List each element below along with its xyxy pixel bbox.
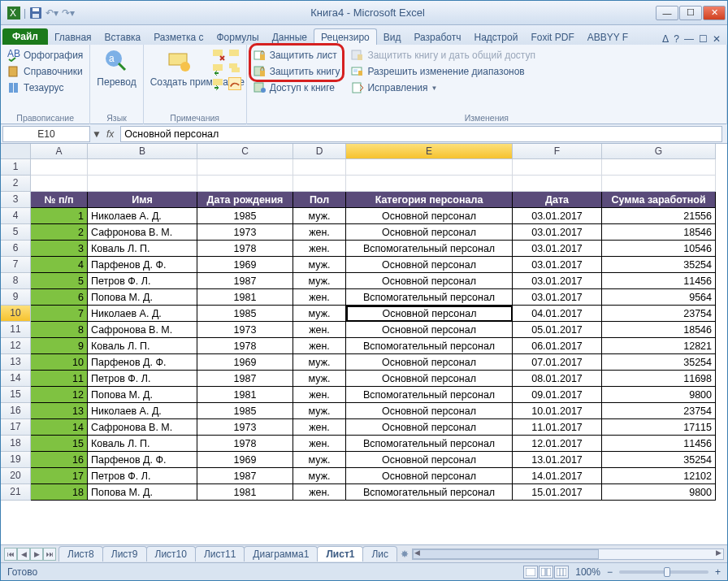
cell-category[interactable]: Основной персонал <box>346 371 513 387</box>
sheet-tab[interactable]: Лис <box>362 546 397 561</box>
cell-sex[interactable]: жен. <box>293 338 346 354</box>
tab-review[interactable]: Рецензиро <box>314 28 377 45</box>
sheet-tab[interactable]: Лист1 <box>317 546 363 561</box>
cell-number[interactable]: 9 <box>31 338 88 354</box>
cell-category[interactable]: Основной персонал <box>346 224 513 241</box>
cell[interactable] <box>197 159 293 176</box>
cell-number[interactable]: 4 <box>31 257 88 273</box>
cell-name[interactable]: Парфенов Д. Ф. <box>88 354 197 371</box>
new-comment-button[interactable]: Создать примечание <box>149 48 209 89</box>
col-header[interactable]: E <box>346 144 513 159</box>
translate-button[interactable]: a Перевод <box>95 48 137 89</box>
cell-birth[interactable]: 1987 <box>197 273 293 289</box>
cell-sex[interactable]: жен. <box>293 387 346 403</box>
cell-sum[interactable]: 11698 <box>602 371 716 387</box>
cell-name[interactable]: Петров Ф. Л. <box>88 468 197 484</box>
cell-category[interactable]: Вспомогательный персонал <box>346 484 513 501</box>
cell-number[interactable]: 15 <box>31 436 88 452</box>
cell-category[interactable]: Вспомогательный персонал <box>346 289 513 306</box>
cell-sum[interactable]: 23754 <box>602 306 716 322</box>
cell[interactable] <box>513 159 602 176</box>
zoom-in-button[interactable]: + <box>715 566 721 578</box>
cell-number[interactable]: 14 <box>31 419 88 436</box>
cell[interactable] <box>602 176 716 192</box>
wb-close-button[interactable]: ✕ <box>713 33 721 45</box>
cell-name[interactable]: Петров Ф. Л. <box>88 273 197 289</box>
cell-sex[interactable]: жен. <box>293 484 346 501</box>
cell-date[interactable]: 03.01.2017 <box>513 289 602 306</box>
tab-foxit[interactable]: Foxit PDF <box>524 29 580 45</box>
cell-sum[interactable]: 9800 <box>602 387 716 403</box>
cell-birth[interactable]: 1973 <box>197 419 293 436</box>
cell-sum[interactable]: 35254 <box>602 354 716 371</box>
table-header-cell[interactable]: Сумма заработной <box>602 192 716 208</box>
cell-number[interactable]: 17 <box>31 468 88 484</box>
protect-share-button[interactable]: Защитить книгу и дать общий доступ <box>349 48 537 63</box>
cell-date[interactable]: 03.01.2017 <box>513 257 602 273</box>
maximize-button[interactable]: ☐ <box>679 6 702 20</box>
thesaurus-button[interactable]: Тезаурус <box>6 80 84 95</box>
undo-button[interactable]: ↶▾ <box>46 7 58 19</box>
cell-sum[interactable]: 12102 <box>602 468 716 484</box>
cell[interactable] <box>31 159 88 176</box>
cell-sum[interactable]: 35254 <box>602 452 716 468</box>
row-header[interactable]: 21 <box>1 484 31 501</box>
tab-next-button[interactable]: ▶ <box>30 548 43 561</box>
tab-view[interactable]: Вид <box>377 29 408 45</box>
cell-sum[interactable]: 18546 <box>602 224 716 241</box>
cell-birth[interactable]: 1985 <box>197 403 293 419</box>
cell-birth[interactable]: 1973 <box>197 224 293 241</box>
table-header-cell[interactable]: Дата рождения <box>197 192 293 208</box>
zoom-out-button[interactable]: − <box>607 566 613 578</box>
cell-category[interactable]: Основной персонал <box>346 306 513 322</box>
new-sheet-button[interactable]: ✸ <box>401 548 409 560</box>
cell-sum[interactable]: 12821 <box>602 338 716 354</box>
row-header[interactable]: 5 <box>1 224 31 241</box>
sheet-tab[interactable]: Лист11 <box>195 546 245 561</box>
cell-sum[interactable]: 10546 <box>602 241 716 257</box>
cell-date[interactable]: 03.01.2017 <box>513 241 602 257</box>
normal-view-button[interactable] <box>523 566 538 579</box>
row-header[interactable]: 3 <box>1 192 31 208</box>
cell[interactable] <box>346 176 513 192</box>
reference-button[interactable]: Справочники <box>6 64 84 79</box>
cell-category[interactable]: Основной персонал <box>346 354 513 371</box>
col-header[interactable]: C <box>197 144 293 159</box>
cell-category[interactable]: Вспомогательный персонал <box>346 387 513 403</box>
cell[interactable] <box>31 176 88 192</box>
cell-sex[interactable]: муж. <box>293 403 346 419</box>
cell-sum[interactable]: 11456 <box>602 273 716 289</box>
tab-addins[interactable]: Надстрой <box>468 29 525 45</box>
cell-category[interactable]: Основной персонал <box>346 257 513 273</box>
cell-date[interactable]: 13.01.2017 <box>513 452 602 468</box>
cell-name[interactable]: Попова М. Д. <box>88 387 197 403</box>
table-header-cell[interactable]: Имя <box>88 192 197 208</box>
col-header[interactable]: D <box>293 144 346 159</box>
cell[interactable] <box>602 159 716 176</box>
tab-abbyy[interactable]: ABBYY F <box>581 29 635 45</box>
cell-number[interactable]: 6 <box>31 289 88 306</box>
tab-file[interactable]: Файл <box>2 28 48 45</box>
cell-number[interactable]: 8 <box>31 322 88 338</box>
cell-category[interactable]: Основной персонал <box>346 273 513 289</box>
cell-sum[interactable]: 17115 <box>602 419 716 436</box>
row-header[interactable]: 1 <box>1 159 31 176</box>
cell-date[interactable]: 03.01.2017 <box>513 224 602 241</box>
cell-sum[interactable]: 9800 <box>602 484 716 501</box>
cell-sex[interactable]: муж. <box>293 257 346 273</box>
formula-bar[interactable]: Основной персонал <box>120 126 722 142</box>
cell-category[interactable]: Вспомогательный персонал <box>346 338 513 354</box>
name-box-dropdown[interactable]: ▼ <box>92 128 102 140</box>
row-header[interactable]: 13 <box>1 354 31 371</box>
cell-date[interactable]: 12.01.2017 <box>513 436 602 452</box>
cell-name[interactable]: Николаев А. Д. <box>88 208 197 224</box>
cell-number[interactable]: 10 <box>31 354 88 371</box>
delete-comment-icon[interactable] <box>212 48 225 61</box>
cell-sex[interactable]: жен. <box>293 322 346 338</box>
cell-date[interactable]: 05.01.2017 <box>513 322 602 338</box>
page-break-view-button[interactable] <box>554 566 569 579</box>
worksheet-grid[interactable]: ABCDEFG123№ п/пИмяДата рожденияПолКатего… <box>1 144 727 501</box>
cell-sex[interactable]: муж. <box>293 306 346 322</box>
cell-number[interactable]: 18 <box>31 484 88 501</box>
cell-number[interactable]: 3 <box>31 241 88 257</box>
